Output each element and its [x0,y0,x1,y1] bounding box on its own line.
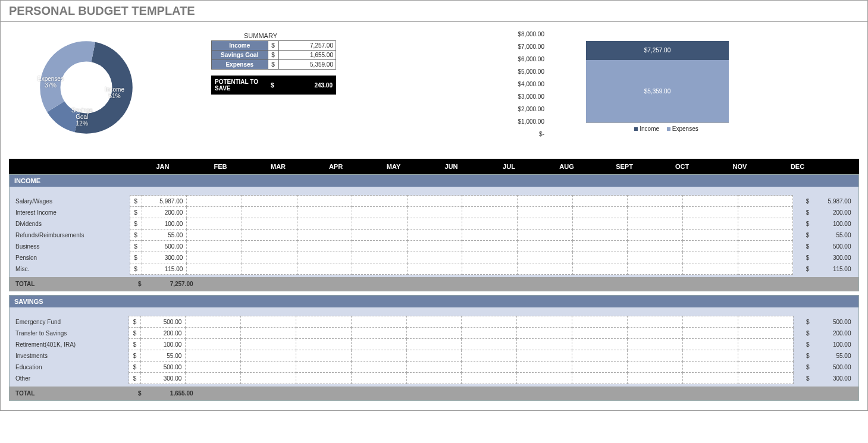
cell[interactable] [296,350,351,362]
cell[interactable] [518,218,573,230]
cell[interactable]: 100.00 [140,339,185,350]
cell[interactable] [738,196,793,207]
cell[interactable] [628,362,683,373]
cell[interactable] [352,241,408,252]
cell[interactable] [352,218,408,230]
cell[interactable] [628,263,683,275]
cell[interactable]: $ [130,252,142,263]
cell[interactable] [738,230,793,241]
cell[interactable] [407,218,462,230]
cell[interactable] [187,207,242,218]
cell[interactable]: 100.00 [142,218,187,230]
cell[interactable] [462,196,518,207]
cell[interactable]: 300.00 [140,373,185,384]
cell[interactable] [572,316,628,328]
cell[interactable] [572,252,628,263]
cell[interactable] [738,328,793,339]
cell[interactable] [628,373,683,384]
cell[interactable] [241,350,296,362]
cell[interactable]: 55.00 [142,230,187,241]
cell[interactable]: $ [130,263,142,275]
cell[interactable] [241,328,296,339]
cell[interactable]: 500.00 [140,316,185,328]
cell[interactable] [187,241,242,252]
cell[interactable] [682,362,738,373]
cell[interactable] [242,252,297,263]
cell[interactable] [242,263,297,275]
cell[interactable]: $ [129,316,141,328]
cell[interactable] [572,207,628,218]
cell[interactable] [352,207,408,218]
cell[interactable] [462,230,518,241]
cell[interactable] [296,316,351,328]
cell[interactable] [186,373,241,384]
cell[interactable] [572,373,628,384]
cell[interactable] [628,328,683,339]
cell[interactable] [296,362,351,373]
cell[interactable] [462,207,518,218]
cell[interactable] [518,263,573,275]
cell[interactable] [351,350,406,362]
cell[interactable]: 200.00 [140,328,185,339]
cell[interactable] [517,362,572,373]
cell[interactable] [406,316,462,328]
cell[interactable] [518,230,573,241]
cell[interactable]: $ [130,230,142,241]
cell[interactable] [517,328,572,339]
cell[interactable] [242,196,297,207]
cell[interactable] [241,373,296,384]
cell[interactable] [352,196,408,207]
cell[interactable] [628,196,683,207]
cell[interactable] [738,252,793,263]
cell[interactable] [187,218,242,230]
cell[interactable] [682,196,738,207]
cell[interactable] [407,196,462,207]
cell[interactable] [572,263,628,275]
cell[interactable] [682,339,738,350]
cell[interactable] [297,252,352,263]
cell[interactable] [572,350,628,362]
cell[interactable] [682,241,738,252]
cell[interactable] [628,339,683,350]
cell[interactable] [462,350,517,362]
cell[interactable] [462,218,518,230]
cell[interactable] [517,339,572,350]
cell[interactable] [462,252,518,263]
cell[interactable]: 5,987.00 [142,196,187,207]
cell[interactable]: $ [129,362,141,373]
cell[interactable] [572,328,628,339]
cell[interactable] [407,263,462,275]
cell[interactable] [242,230,297,241]
cell[interactable] [406,362,462,373]
cell[interactable]: $ [130,241,142,252]
cell[interactable] [628,230,683,241]
cell[interactable] [517,373,572,384]
cell[interactable] [682,207,738,218]
cell[interactable] [682,263,738,275]
cell[interactable] [351,328,406,339]
cell[interactable] [297,241,352,252]
cell[interactable] [628,252,683,263]
cell[interactable] [407,241,462,252]
cell[interactable] [628,316,683,328]
cell[interactable]: 500.00 [140,362,185,373]
cell[interactable] [572,339,628,350]
cell[interactable]: $ [130,218,142,230]
cell[interactable] [462,263,518,275]
cell[interactable] [297,218,352,230]
cell[interactable] [572,230,628,241]
cell[interactable] [517,350,572,362]
cell[interactable] [628,241,683,252]
cell[interactable]: $ [129,350,141,362]
cell[interactable] [628,218,683,230]
cell[interactable] [462,373,517,384]
cell[interactable] [462,339,517,350]
cell[interactable] [517,316,572,328]
cell[interactable] [628,350,683,362]
cell[interactable] [406,339,462,350]
cell[interactable] [682,230,738,241]
cell[interactable] [186,350,241,362]
cell[interactable] [572,241,628,252]
cell[interactable] [682,316,738,328]
cell[interactable]: $ [129,339,141,350]
